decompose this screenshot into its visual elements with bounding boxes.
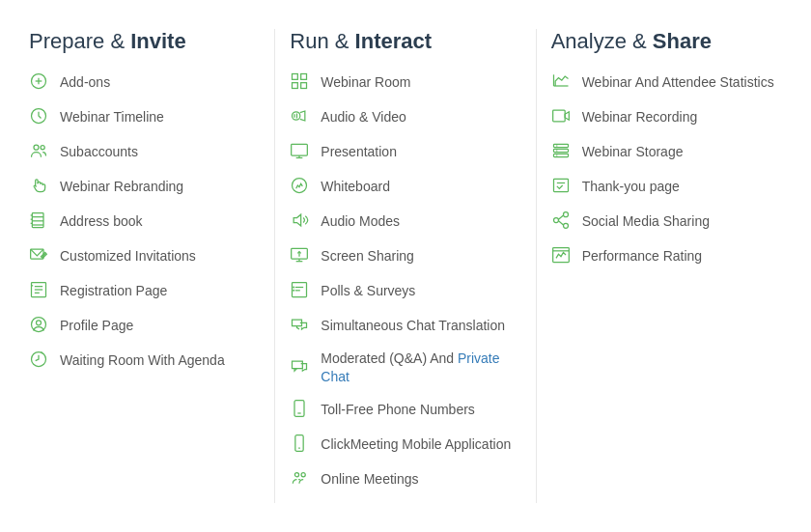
screen-sharing-icon — [290, 245, 311, 266]
svg-point-49 — [301, 472, 305, 476]
svg-point-4 — [34, 146, 39, 151]
feature-label: Performance Rating — [582, 247, 703, 265]
online-meetings-icon — [290, 468, 311, 490]
feature-label: Moderated (Q&A) And Private Chat — [321, 350, 520, 384]
column-title-analyze: Analyze & Share — [551, 29, 782, 54]
hand-icon — [29, 176, 50, 197]
feature-label: Webinar Storage — [582, 143, 684, 160]
list-item: Moderated (Q&A) And Private Chat — [290, 350, 520, 384]
feature-label: Screen Sharing — [321, 247, 414, 265]
feature-label: Customized Invitations — [60, 247, 196, 265]
svg-rect-44 — [294, 400, 304, 416]
list-item: Waiting Room With Agenda — [29, 350, 260, 371]
clock-icon — [29, 106, 50, 127]
column-prepare-invite: Prepare & Invite Add-ons Webinar Timelin… — [29, 29, 269, 384]
svg-line-67 — [558, 221, 563, 225]
svg-rect-46 — [295, 434, 303, 451]
waiting-room-icon — [29, 350, 50, 371]
speaker-icon — [290, 210, 311, 232]
feature-label: Presentation — [321, 143, 397, 160]
list-item: Subaccounts — [29, 141, 260, 162]
list-item: Webinar And Attendee Statistics — [551, 71, 782, 93]
list-item: Thank-you page — [551, 176, 782, 197]
feature-label: Simultaneous Chat Translation — [321, 317, 505, 334]
form-icon — [29, 280, 50, 301]
svg-rect-61 — [553, 180, 568, 192]
feature-label: Webinar Rebranding — [60, 178, 183, 195]
svg-point-59 — [556, 151, 557, 152]
svg-point-42 — [293, 287, 294, 289]
svg-point-33 — [293, 179, 307, 193]
thankyou-icon — [551, 176, 573, 197]
svg-marker-34 — [294, 215, 301, 227]
list-item: Toll-Free Phone Numbers — [290, 399, 520, 420]
feature-label: Subaccounts — [60, 143, 138, 160]
svg-point-5 — [41, 146, 44, 150]
chat-translate-icon — [290, 315, 311, 336]
list-item: Audio & Video — [290, 106, 520, 127]
svg-point-20 — [37, 321, 42, 325]
svg-point-43 — [293, 290, 294, 292]
list-item: Webinar Storage — [551, 141, 782, 162]
whiteboard-icon — [290, 176, 311, 197]
rating-icon — [551, 245, 573, 266]
feature-label: Profile Page — [60, 317, 133, 334]
mobile-icon — [290, 434, 311, 455]
grid-icon — [290, 71, 311, 93]
feature-label: Social Media Sharing — [582, 212, 710, 230]
chart-icon — [551, 71, 573, 93]
feature-label: Online Meetings — [321, 470, 418, 488]
plus-circle-icon — [29, 71, 50, 93]
svg-rect-57 — [553, 154, 568, 157]
column-divider-1 — [274, 29, 275, 503]
svg-line-22 — [42, 352, 43, 354]
svg-point-63 — [563, 212, 568, 217]
list-item: Simultaneous Chat Translation — [290, 315, 520, 336]
list-item: Add-ons — [29, 71, 260, 93]
feature-label: Waiting Room With Agenda — [60, 351, 225, 369]
svg-point-60 — [556, 155, 557, 156]
monitor-icon — [290, 141, 311, 162]
svg-line-66 — [558, 215, 563, 219]
svg-rect-39 — [293, 283, 307, 297]
svg-rect-23 — [293, 74, 298, 80]
list-item: Address book — [29, 210, 260, 232]
svg-point-27 — [293, 112, 300, 120]
storage-icon — [551, 141, 573, 162]
list-item: Presentation — [290, 141, 520, 162]
social-icon — [551, 210, 573, 232]
feature-label: ClickMeeting Mobile Application — [321, 435, 511, 453]
feature-label: Add-ons — [60, 73, 110, 91]
polls-icon — [290, 280, 311, 301]
column-analyze-share: Analyze & Share Webinar And Attendee Sta… — [542, 29, 782, 280]
feature-label: Whiteboard — [321, 178, 390, 195]
column-run-interact: Run & Interact Webinar Room — [280, 29, 530, 503]
svg-rect-56 — [553, 150, 568, 153]
svg-rect-26 — [301, 83, 307, 89]
column-divider-2 — [536, 29, 537, 503]
column-title-run: Run & Interact — [290, 29, 520, 54]
list-item: Audio Modes — [290, 210, 520, 232]
main-content: Prepare & Invite Add-ons Webinar Timelin… — [29, 29, 782, 503]
svg-point-64 — [553, 218, 558, 223]
svg-rect-53 — [552, 111, 565, 123]
feature-label: Address book — [60, 212, 143, 230]
svg-point-65 — [563, 224, 568, 229]
feature-label: Thank-you page — [582, 178, 680, 195]
feature-label: Polls & Surveys — [321, 282, 415, 299]
list-item: Online Meetings — [290, 468, 520, 490]
feature-label: Webinar Recording — [582, 108, 698, 126]
feature-label: Webinar And Attendee Statistics — [582, 73, 774, 91]
list-item: ClickMeeting Mobile Application — [290, 434, 520, 455]
envelope-edit-icon — [29, 245, 50, 266]
list-item: Whiteboard — [290, 176, 520, 197]
svg-rect-55 — [553, 145, 568, 148]
svg-rect-68 — [552, 248, 569, 263]
svg-marker-54 — [565, 112, 569, 120]
list-item: Polls & Surveys — [290, 280, 520, 301]
list-item: Profile Page — [29, 315, 260, 336]
feature-label: Audio & Video — [321, 108, 406, 126]
list-item: Customized Invitations — [29, 245, 260, 266]
list-item: Social Media Sharing — [551, 210, 782, 232]
audio-video-icon — [290, 106, 311, 127]
